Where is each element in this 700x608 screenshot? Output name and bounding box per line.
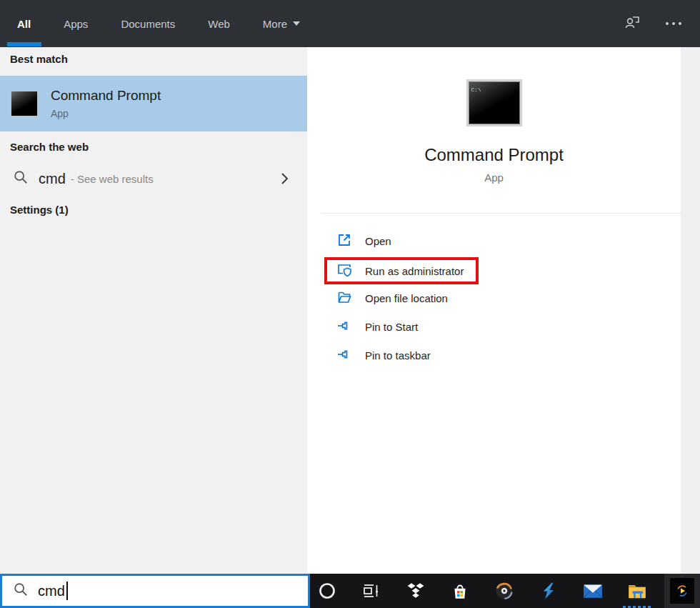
tab-more-label: More <box>263 18 287 30</box>
folder-icon <box>336 289 353 308</box>
lightning-icon[interactable] <box>534 574 563 608</box>
command-prompt-icon <box>11 91 38 116</box>
best-match-title: Command Prompt <box>51 88 161 104</box>
preview-app-block: C:\ Command Prompt App <box>307 47 666 184</box>
tab-all[interactable]: All <box>11 0 36 47</box>
microsoft-store-icon[interactable] <box>446 574 474 608</box>
divider <box>321 213 681 214</box>
tab-documents-label: Documents <box>121 18 175 30</box>
best-match-subtitle: App <box>51 108 161 119</box>
pin-icon <box>336 317 353 337</box>
right-edge-gutter <box>681 47 700 574</box>
filter-tabs: All Apps Documents Web More <box>0 0 306 47</box>
web-result-query: cmd <box>39 171 66 187</box>
action-open-file-location[interactable]: Open file location <box>336 284 448 312</box>
cortana-icon[interactable] <box>313 574 341 608</box>
disc-icon[interactable] <box>490 574 519 608</box>
chevron-right-icon[interactable] <box>276 170 293 190</box>
tab-web-label: Web <box>208 18 230 30</box>
action-pin-to-taskbar[interactable]: Pin to taskbar <box>336 341 431 369</box>
action-pin-to-taskbar-label: Pin to taskbar <box>365 349 431 362</box>
user-account-icon[interactable] <box>623 13 641 34</box>
preview-panel: C:\ Command Prompt App Open <box>307 47 681 574</box>
command-prompt-icon-large: C:\ <box>466 79 522 126</box>
tab-web[interactable]: Web <box>202 0 236 47</box>
app-subtitle: App <box>321 171 666 184</box>
app-title: Command Prompt <box>321 145 666 165</box>
best-match-text: Command Prompt App <box>51 88 161 119</box>
tab-more[interactable]: More <box>257 0 306 47</box>
dropbox-icon[interactable] <box>401 574 430 608</box>
tab-apps-label: Apps <box>64 18 88 30</box>
search-icon <box>13 582 29 600</box>
search-icon <box>13 169 29 188</box>
chevron-down-icon <box>293 21 300 26</box>
action-open-file-location-label: Open file location <box>365 292 448 304</box>
tab-apps[interactable]: Apps <box>58 0 94 47</box>
search-filter-bar: All Apps Documents Web More <box>0 0 700 47</box>
web-result-note: - See web results <box>71 173 154 185</box>
action-run-as-administrator[interactable]: Run as administrator <box>336 256 464 285</box>
file-explorer-icon[interactable] <box>623 574 651 608</box>
search-web-header: Search the web <box>10 141 89 153</box>
taskbar <box>310 574 700 608</box>
action-open-label: Open <box>365 235 391 247</box>
best-match-header: Best match <box>10 53 68 65</box>
best-match-result[interactable]: Command Prompt App <box>0 76 307 131</box>
ellipsis-menu-icon[interactable] <box>666 22 681 25</box>
active-tab-indicator <box>7 42 41 46</box>
open-external-icon <box>336 231 353 251</box>
results-panel: Best match Command Prompt App Search the… <box>0 47 307 574</box>
mail-icon[interactable] <box>579 574 607 608</box>
admin-shield-icon <box>336 261 353 281</box>
tab-all-label: All <box>17 18 31 30</box>
text-cursor <box>66 582 68 600</box>
action-open[interactable]: Open <box>336 226 391 255</box>
action-pin-to-start-label: Pin to Start <box>365 321 418 333</box>
topbar-actions <box>623 0 681 47</box>
media-app-icon[interactable] <box>664 574 700 608</box>
search-input[interactable]: cmd <box>0 574 310 608</box>
tab-documents[interactable]: Documents <box>115 0 181 47</box>
action-pin-to-start[interactable]: Pin to Start <box>336 312 418 341</box>
windows-search-flyout: All Apps Documents Web More <box>0 0 700 608</box>
pin-icon <box>336 346 353 365</box>
media-app-logo <box>670 578 694 604</box>
task-view-icon[interactable] <box>357 574 386 608</box>
web-search-result[interactable]: cmd - See web results <box>0 161 307 196</box>
action-run-as-administrator-label: Run as administrator <box>365 265 464 277</box>
command-prompt-icon-text: C:\ <box>469 84 481 93</box>
settings-header: Settings (1) <box>10 204 69 216</box>
search-input-value: cmd <box>38 583 65 599</box>
